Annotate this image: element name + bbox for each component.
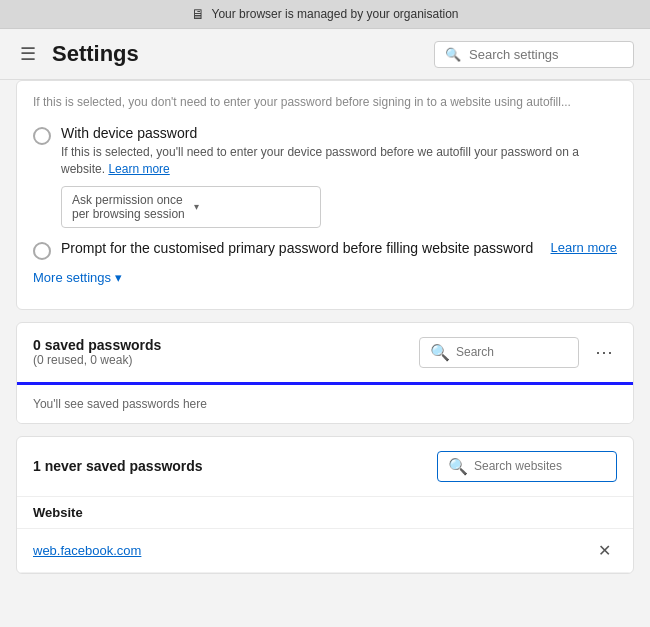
password-options-card: If this is selected, you don't need to e…	[16, 80, 634, 310]
hamburger-menu-icon[interactable]: ☰	[16, 39, 40, 69]
saved-passwords-subtitle: (0 reused, 0 weak)	[33, 353, 407, 367]
managed-bar: 🖥 Your browser is managed by your organi…	[0, 0, 650, 29]
autofill-description: If this is selected, you don't need to e…	[33, 93, 617, 111]
website-column-header: Website	[17, 497, 633, 529]
search-websites-icon: 🔍	[448, 457, 468, 476]
primary-password-learn-more[interactable]: Learn more	[551, 240, 617, 255]
saved-passwords-title: 0 saved passwords	[33, 337, 407, 353]
search-icon: 🔍	[445, 47, 461, 62]
primary-password-option: Prompt for the customised primary passwo…	[33, 240, 617, 260]
remove-website-button[interactable]: ✕	[592, 539, 617, 562]
more-settings-label: More settings	[33, 270, 111, 285]
saved-passwords-header: 0 saved passwords (0 reused, 0 weak) 🔍 ⋯	[17, 323, 633, 382]
more-settings-button[interactable]: More settings ▾	[33, 266, 617, 293]
websites-search-input[interactable]	[474, 459, 606, 473]
never-saved-header: 1 never saved passwords 🔍	[17, 437, 633, 497]
passwords-empty-state: You'll see saved passwords here	[17, 382, 633, 423]
page-title: Settings	[52, 41, 422, 67]
more-options-button[interactable]: ⋯	[591, 337, 617, 367]
device-password-desc: If this is selected, you'll need to ente…	[61, 144, 617, 178]
saved-passwords-search-input[interactable]	[456, 345, 568, 359]
website-url[interactable]: web.facebook.com	[33, 543, 592, 558]
device-password-radio[interactable]	[33, 127, 51, 145]
device-password-label: With device password	[61, 125, 617, 141]
device-password-learn-more[interactable]: Learn more	[108, 162, 169, 176]
search-icon: 🔍	[430, 343, 450, 362]
device-password-option: With device password If this is selected…	[33, 125, 617, 228]
managed-bar-text: Your browser is managed by your organisa…	[211, 7, 458, 21]
websites-search-box[interactable]: 🔍	[437, 451, 617, 482]
table-row: web.facebook.com ✕	[17, 529, 633, 573]
main-content: If this is selected, you don't need to e…	[0, 80, 650, 627]
more-settings-chevron-icon: ▾	[115, 270, 122, 285]
saved-passwords-card: 0 saved passwords (0 reused, 0 weak) 🔍 ⋯…	[16, 322, 634, 424]
chevron-down-icon: ▾	[194, 201, 310, 212]
permission-dropdown[interactable]: Ask permission once per browsing session…	[61, 186, 321, 228]
header: ☰ Settings 🔍	[0, 29, 650, 80]
saved-passwords-search-box[interactable]: 🔍	[419, 337, 579, 368]
never-saved-card: 1 never saved passwords 🔍 Website web.fa…	[16, 436, 634, 574]
primary-password-label: Prompt for the customised primary passwo…	[61, 240, 533, 256]
never-saved-title: 1 never saved passwords	[33, 458, 425, 474]
browser-icon: 🖥	[191, 6, 205, 22]
search-settings-input[interactable]	[469, 47, 623, 62]
permission-dropdown-label: Ask permission once per browsing session	[72, 193, 188, 221]
primary-password-radio[interactable]	[33, 242, 51, 260]
settings-search-box[interactable]: 🔍	[434, 41, 634, 68]
